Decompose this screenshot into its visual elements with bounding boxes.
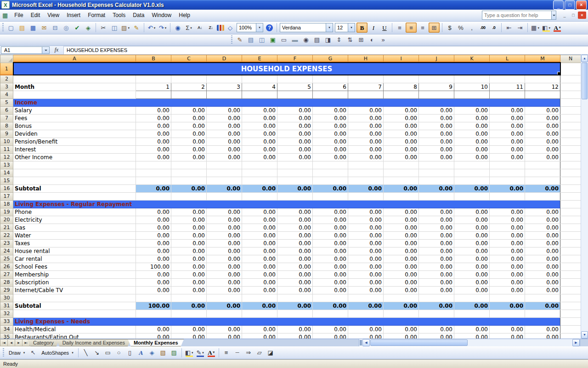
autoshapes-menu-button[interactable]: AutoShapes▾ (39, 349, 76, 356)
cell-subtotal-value[interactable]: 0.00 (419, 302, 454, 310)
fill-color-icon[interactable]: ◧▾ (541, 23, 551, 32)
cell-value[interactable]: 0.00 (313, 208, 348, 216)
cell-value[interactable]: 0.00 (277, 325, 313, 333)
cell[interactable] (560, 333, 581, 339)
cell-label[interactable]: Internet/Cable TV (13, 286, 136, 294)
cell-value[interactable]: 0.00 (525, 224, 560, 231)
cell-value[interactable]: 0.00 (384, 286, 419, 294)
cell-month[interactable]: 1 (136, 83, 171, 91)
spelling-icon[interactable]: ✔ (72, 23, 82, 32)
pencil-icon[interactable]: ✎ (235, 35, 245, 45)
cell-subtotal-value[interactable]: 0.00 (171, 302, 207, 310)
cell-value[interactable]: 0.00 (419, 106, 454, 114)
spinner-icon[interactable]: ⇅ (345, 35, 355, 45)
cell-subtotal-value[interactable]: 0.00 (419, 184, 454, 192)
cell[interactable] (348, 294, 384, 302)
cell-value[interactable]: 0.00 (313, 106, 348, 114)
cell-subtotal-value[interactable]: 0.00 (348, 302, 384, 310)
new-workbook-icon[interactable]: ▢ (6, 23, 16, 32)
scroll-left-button[interactable]: ◀ (362, 339, 370, 346)
cell[interactable] (560, 161, 581, 169)
cell-value[interactable]: 0.00 (277, 278, 313, 286)
vertical-scrollbar[interactable]: ▲ ▼ (581, 55, 588, 339)
cell-value[interactable]: 0.00 (207, 286, 242, 294)
cell[interactable] (277, 294, 313, 302)
cell[interactable] (384, 161, 419, 169)
cell[interactable] (560, 317, 581, 325)
cell[interactable] (242, 91, 277, 98)
permission-icon[interactable]: ✉ (39, 23, 49, 32)
cell[interactable] (171, 75, 207, 83)
cell[interactable] (13, 169, 136, 177)
cell-value[interactable]: 0.00 (454, 325, 490, 333)
cell-value[interactable]: 0.00 (171, 145, 207, 153)
cell[interactable] (136, 169, 171, 177)
undo-icon[interactable]: ↶▾ (147, 23, 157, 32)
cell[interactable] (454, 75, 490, 83)
cell-value[interactable]: 0.00 (419, 333, 454, 339)
cell-value[interactable]: 0.00 (242, 333, 277, 339)
cell[interactable] (171, 91, 207, 98)
cell-value[interactable]: 0.00 (171, 263, 207, 270)
cell[interactable] (384, 294, 419, 302)
tab-daily-income-and-expenses[interactable]: Daily Income and Expenses (57, 339, 131, 346)
cell-month[interactable]: 10 (454, 83, 490, 91)
row-header-4[interactable]: 4 (0, 91, 13, 98)
cell[interactable] (136, 75, 171, 83)
cell-value[interactable]: 0.00 (136, 286, 171, 294)
cell[interactable] (525, 169, 560, 177)
cell[interactable] (560, 130, 581, 138)
cell-value[interactable]: 0.00 (207, 114, 242, 122)
cell-value[interactable]: 0.00 (419, 138, 454, 145)
cell-value[interactable]: 0.00 (348, 278, 384, 286)
cell-value[interactable]: 0.00 (525, 130, 560, 138)
row-header-23[interactable]: 23 (0, 239, 13, 247)
cell-value[interactable]: 0.00 (348, 325, 384, 333)
diagram-icon[interactable]: ◈ (147, 348, 157, 357)
cell-value[interactable]: 0.00 (454, 122, 490, 130)
cell[interactable] (242, 177, 277, 184)
cell-month-label[interactable]: Month (13, 83, 136, 91)
cell-value[interactable]: 0.00 (348, 231, 384, 239)
cell[interactable] (560, 216, 581, 224)
cell-value[interactable]: 0.00 (207, 278, 242, 286)
row-header-12[interactable]: 12 (0, 153, 13, 161)
align-left-icon[interactable]: ≡ (395, 23, 405, 32)
cell-value[interactable]: 0.00 (207, 138, 242, 145)
cell-value[interactable]: 0.00 (313, 231, 348, 239)
cell-value[interactable]: 0.00 (525, 255, 560, 263)
cell[interactable] (348, 169, 384, 177)
cell-value[interactable]: 0.00 (277, 130, 313, 138)
cell[interactable] (171, 294, 207, 302)
dropdown-arrow-icon[interactable] (551, 11, 556, 19)
percent-icon[interactable]: % (456, 23, 466, 32)
row-header-26[interactable]: 26 (0, 263, 13, 270)
threed-style-icon[interactable]: ◪ (266, 348, 276, 357)
cell-value[interactable]: 0.00 (384, 130, 419, 138)
cell-value[interactable]: 0.00 (419, 145, 454, 153)
cell[interactable] (384, 75, 419, 83)
row-header-27[interactable]: 27 (0, 270, 13, 278)
borders-icon[interactable]: ▦▾ (530, 23, 540, 32)
increase-decimal-icon[interactable]: .00 (478, 23, 488, 32)
print-icon[interactable]: ⊟ (50, 23, 60, 32)
cell-value[interactable]: 0.00 (277, 122, 313, 130)
rectangle-icon[interactable]: ▭ (103, 348, 113, 357)
cell-value[interactable]: 0.00 (454, 333, 490, 339)
cell[interactable] (454, 177, 490, 184)
cell-value[interactable]: 0.00 (525, 247, 560, 255)
cell[interactable] (313, 75, 348, 83)
cell-value[interactable]: 0.00 (348, 145, 384, 153)
menu-format[interactable]: Format (84, 11, 109, 20)
cell-value[interactable]: 0.00 (490, 278, 525, 286)
cell-value[interactable]: 0.00 (313, 255, 348, 263)
cell-value[interactable]: 0.00 (419, 114, 454, 122)
cell-value[interactable]: 0.00 (171, 278, 207, 286)
font-color-icon[interactable]: A▾ (206, 348, 216, 357)
cell-value[interactable]: 0.00 (207, 106, 242, 114)
cell[interactable] (560, 192, 581, 200)
font-name-combo[interactable]: Verdana▾ (280, 23, 333, 32)
menu-help[interactable]: Help (175, 11, 194, 20)
row-header-33[interactable]: 33 (0, 317, 13, 325)
cell-month[interactable]: 2 (171, 83, 207, 91)
